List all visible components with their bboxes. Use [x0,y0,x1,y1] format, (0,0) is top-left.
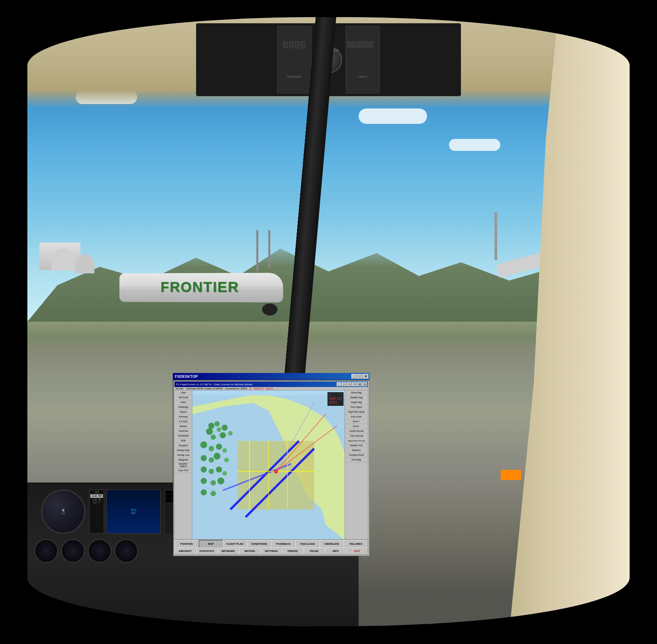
sidebar-find-object[interactable]: Find Object [345,405,368,410]
sidebar-user[interactable]: User [175,390,192,395]
sidebar-center-aircraft[interactable]: Center Aircraft [345,429,368,434]
sidebar-zoom-minus[interactable]: Zoom - [345,424,368,429]
svg-point-34 [210,491,216,496]
speed-indicator: 128 114.90 110.70 317.7 [89,489,104,534]
sidebar-airway-low[interactable]: Airway Low [175,453,192,458]
fsfc-title: FS FlightControl v1.6.2 BETA - Data Lice… [176,383,253,386]
btn-conditions[interactable]: CONDITIONS [247,540,271,548]
svg-point-16 [220,432,226,438]
fsfc-right-panel: Street Map Satellite Map Height Map Find… [345,390,368,545]
fsfc-header: FS FlightControl v1.6.2 BETA - Data Lice… [175,382,368,387]
svg-point-23 [209,457,214,463]
bg-tank-2 [76,255,94,273]
speed-arrow-display: ► [329,393,342,397]
sidebar-satellite-map[interactable]: Satellite Map [345,395,368,400]
btn-statistics[interactable]: STATISTICS [196,548,218,554]
connection-info: Connected to: MSFS [225,387,247,390]
sidebar-waypoint[interactable]: Waypoint [175,458,192,462]
sidebar-airspace[interactable]: Airspace [175,443,192,448]
sidebar-street-map[interactable]: Street Map [345,390,368,395]
sidebar-ils[interactable]: ILS Axis [175,419,192,424]
directional-gyro: N 225 [41,489,86,534]
svg-point-17 [228,431,233,436]
svg-point-30 [201,478,207,484]
sidebar-measure[interactable]: Measure [345,448,368,453]
svg-point-20 [216,443,222,450]
svg-point-12 [206,428,213,435]
bg-tank-1 [51,248,75,271]
btn-failures[interactable]: FAILURES [344,540,368,548]
fsfc-icon1-btn[interactable]: ? [352,382,357,386]
sidebar-trace-aircraft[interactable]: Trace Aircraft [345,434,368,438]
fsfc-icon3-btn[interactable]: ⊡ [362,382,367,386]
btn-info[interactable]: INFO [325,548,346,554]
sidebar-weather-info[interactable]: Weather Info [345,443,368,448]
sidebar-weather[interactable]: Weather Station [175,462,192,468]
btn-flight-plan[interactable]: FLIGHT PLAN [223,540,247,548]
sidebar-marker[interactable]: Marker [175,424,192,429]
qnh-value: Q1013 [266,387,273,390]
sidebar-flight-plan-mode[interactable]: Flight Plan Mode [345,410,368,414]
btn-freeze[interactable]: FREEZE [282,548,304,554]
fsfc-toolbar: POSITION MAP FLIGHT PLAN CONDITIONS PUSH… [175,539,368,554]
sidebar-ndb[interactable]: NDB [175,438,192,443]
btn-position[interactable]: POSITION [175,540,199,548]
sidebar-reposition[interactable]: Reposition Aircraft [345,438,368,443]
cloud-5 [449,139,500,151]
switch-label-2: LIGHTS [358,76,367,78]
fsfc-header-controls: _ □ ✕ ? ⚙ ⊡ [337,382,367,386]
close-button[interactable]: ✕ [363,374,369,379]
btn-view-slew[interactable]: VIEW/SLEW [320,540,344,548]
btn-exit[interactable]: EXIT [346,548,368,554]
sidebar-treepark[interactable]: TreePark [175,429,192,434]
btn-pushback[interactable]: PUSHBACK [271,540,296,548]
svg-point-19 [209,446,214,451]
switch-row-2 [347,41,378,48]
btn-motion[interactable]: MOTION [239,548,260,554]
speed-altitude-overlay: ► 5006.157 Q1013 [327,392,344,406]
sidebar-zoom-plus[interactable]: Zoom + [345,419,368,424]
sidebar-vordme[interactable]: VOR/DME [175,434,192,438]
sidebar-compass-rose[interactable]: Compass Rose [345,453,368,458]
btn-aircraft[interactable]: AIRCRAFT [175,548,196,554]
sidebar-ivao[interactable]: IVAO [175,400,192,405]
btn-settings[interactable]: SETTINGS [260,548,282,554]
maximize-button[interactable]: □ [357,374,363,379]
svg-point-28 [216,466,222,473]
svg-point-24 [214,453,220,460]
sidebar-runway[interactable]: Runway [175,414,192,419]
sidebar-airport[interactable]: Airport [175,410,192,414]
light-pole-2 [268,230,270,268]
frontier-label: FRONTIER [160,279,239,296]
cockpit-scene: FRONTIER EXTENSION VENT [0,0,657,644]
fsfc-minimize-btn[interactable]: _ [337,382,342,386]
sidebar-print-map[interactable]: Print Map [345,458,368,462]
sidebar-vatsum[interactable]: VATSUM [175,395,192,400]
fsfc-info-bar: Aircraft: Carenado M20R Ovation D-ERWO C… [175,387,368,390]
sidebar-pilotedge[interactable]: PilotEdge [175,405,192,410]
btn-map[interactable]: MAP [199,540,223,548]
svg-point-13 [217,427,221,432]
fsfc-main-area: User VATSUM IVAO PilotEdge Airport Runwa… [175,390,368,545]
sidebar-height-map[interactable]: Height Map [345,400,368,405]
instrument-row [34,539,138,563]
fsfc-map[interactable]: ► 5006.157 Q1013 37° N 37° 40.4' W 122° … [192,390,345,545]
fsfc-maximize-btn[interactable]: □ [342,382,347,386]
aircraft-label: Aircraft: [176,387,184,390]
fsdesktop-window[interactable]: FSDESKTOP _ □ ✕ FS FlightControl v1.6.2 … [173,373,370,556]
fsdesktop-body: FS FlightControl v1.6.2 BETA - Data Lice… [173,380,370,556]
svg-point-25 [224,458,229,462]
sidebar-airway-high[interactable]: Airway High [175,448,192,453]
fsfc-close-btn[interactable]: ✕ [347,382,352,386]
sidebar-auto-zoom[interactable]: Auto Zoom [345,414,368,419]
btn-network[interactable]: NETWORK [218,548,239,554]
svg-point-26 [201,466,207,473]
btn-pause[interactable]: PAUSE [304,548,325,554]
btn-fuel-load[interactable]: FUEL/LOAD [295,540,320,548]
minimize-button[interactable]: _ [351,374,357,379]
fsfc-left-panel: User VATSUM IVAO PilotEdge Airport Runwa… [175,390,192,545]
sidebar-userpoi[interactable]: User POI [175,468,192,473]
switch-row [283,41,305,48]
fsfc-icon2-btn[interactable]: ⚙ [357,382,362,386]
svg-point-33 [201,489,207,495]
